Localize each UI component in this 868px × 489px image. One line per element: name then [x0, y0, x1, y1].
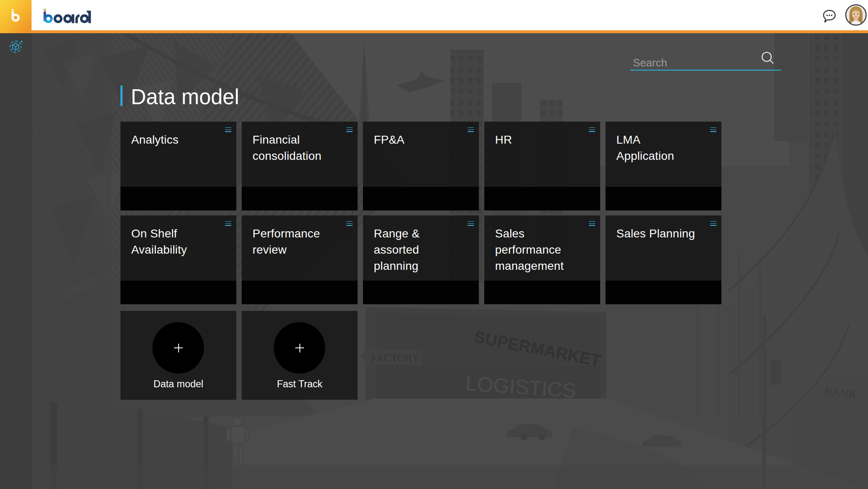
svg-text:FACTORY: FACTORY: [371, 352, 420, 364]
